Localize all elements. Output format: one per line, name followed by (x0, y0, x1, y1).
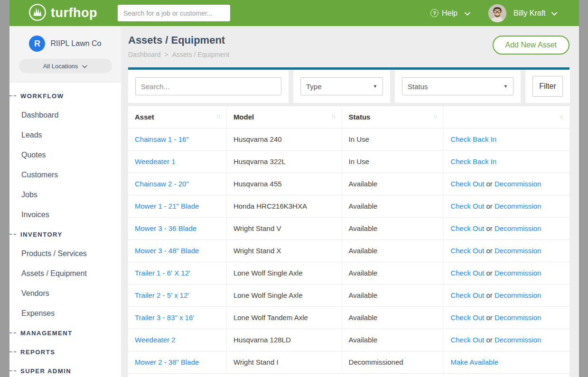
column-header-actions[interactable]: ↑↓ (444, 106, 569, 128)
user-menu[interactable]: Billy Kraft (513, 9, 557, 18)
action-link-make-available[interactable]: Make Available (450, 358, 498, 366)
sidebar-item-invoices[interactable]: Invoices (9, 205, 121, 225)
action-link-decommission[interactable]: Decommission (495, 291, 541, 299)
breadcrumb-separator: > (165, 51, 168, 58)
model-cell: Lone Wolf Single Axle (226, 262, 342, 284)
action-link-decommission[interactable]: Decommission (495, 313, 541, 322)
table-row: Chainsaw 2 - 20"Husqvarna 455AvailableCh… (128, 173, 569, 195)
type-select[interactable]: Type ▼ (300, 77, 383, 95)
action-link-decommission[interactable]: Decommission (495, 180, 541, 188)
action-link-decommission[interactable]: Decommission (495, 247, 541, 255)
action-joiner: or (484, 336, 495, 344)
brand-logo[interactable]: turfhop (28, 3, 97, 23)
asset-link[interactable]: Mower 3 - 36 Blade (135, 224, 196, 232)
asset-link[interactable]: Trailer 3 - 83" x 16' (135, 313, 194, 322)
column-header-model[interactable]: Model↑↓ (226, 106, 342, 128)
asset-link[interactable]: Mower 3 - 48" Blade (135, 247, 199, 255)
status-select-value: Status (408, 83, 428, 91)
help-menu[interactable]: ? Help (430, 9, 470, 18)
status-cell: Available (342, 306, 444, 329)
status-cell: Available (342, 284, 444, 306)
sort-icon[interactable]: ↑↓ (216, 113, 220, 120)
sort-icon[interactable]: ↑↓ (331, 113, 335, 120)
action-link-decommission[interactable]: Decommission (495, 269, 541, 277)
sidebar-item-quotes[interactable]: Quotes (9, 145, 121, 165)
filter-button[interactable]: Filter (532, 76, 563, 97)
action-link-check-out[interactable]: Check Out (450, 224, 484, 232)
table-row: Mower 3 - 48" BladeWright Stand XAvailab… (128, 239, 569, 262)
company-badge: R (29, 36, 45, 52)
asset-link[interactable]: Weedeater 2 (135, 336, 176, 344)
sidebar-item-leads[interactable]: Leads (9, 125, 121, 145)
asset-link[interactable]: Chainsaw 2 - 20" (135, 180, 189, 188)
action-link-decommission[interactable]: Decommission (495, 336, 541, 344)
model-cell: Lone Wolf Tandem Axle (226, 306, 342, 329)
model-cell: Wright Stand V (226, 217, 342, 239)
actions-cell: Check Out or Decommission (444, 195, 569, 217)
sort-icon[interactable]: ↑↓ (559, 114, 563, 120)
sidebar-item-expenses[interactable]: Expenses (9, 303, 121, 323)
action-link-check-out[interactable]: Check Out (450, 247, 484, 255)
column-header-asset[interactable]: Asset↑↓ (128, 106, 226, 128)
action-link-check-out[interactable]: Check Out (450, 291, 484, 299)
actions-cell: Check Out or Decommission (444, 306, 569, 329)
asset-link[interactable]: Trailer 1 - 6' X 12' (135, 269, 190, 277)
chevron-down-icon (551, 9, 557, 18)
sidebar-section-management: MANAGEMENT (9, 323, 121, 342)
table-row: Weedeater 2Husqvarna 128LDAvailableCheck… (128, 329, 569, 351)
action-link-check-out[interactable]: Check Out (450, 180, 484, 188)
model-cell: Husqvarna 455 (226, 173, 342, 195)
table-row: Mower 1 - 21" BladeHonda HRC216K3HXAAvai… (128, 195, 569, 217)
global-search-input[interactable] (118, 5, 230, 21)
sidebar-item-assets-equipment[interactable]: Assets / Equipment (9, 264, 121, 284)
locations-dropdown[interactable]: All Locations (19, 59, 112, 73)
asset-link[interactable]: Chainsaw 1 - 16" (135, 135, 189, 143)
table-search-input[interactable] (135, 77, 281, 95)
table-row: Weedeater 1Husqvarna 322LIn UseCheck Bac… (128, 150, 569, 173)
breadcrumb-dashboard[interactable]: Dashboard (128, 51, 161, 58)
sort-icon[interactable]: ↑↓ (433, 113, 437, 120)
action-link-decommission[interactable]: Decommission (495, 202, 541, 210)
action-link-check-back-in[interactable]: Check Back In (450, 135, 496, 143)
filter-bar: Type ▼ Status ▼ Filter (128, 67, 569, 103)
status-cell: Available (342, 239, 444, 262)
asset-link[interactable]: Weedeater 1 (135, 157, 176, 166)
company-name: RIIPL Lawn Co (50, 39, 101, 48)
status-select[interactable]: Status ▼ (402, 77, 513, 95)
asset-link[interactable]: Mower 1 - 21" Blade (135, 202, 199, 210)
sidebar-item-jobs[interactable]: Jobs (9, 185, 121, 205)
action-link-check-out[interactable]: Check Out (450, 336, 484, 344)
action-link-check-out[interactable]: Check Out (450, 202, 484, 210)
user-name: Billy Kraft (513, 9, 546, 17)
sidebar-item-products-services[interactable]: Products / Services (9, 244, 121, 264)
chevron-down-icon (465, 9, 470, 18)
results-count: Displaying 11 Results (128, 373, 569, 377)
model-cell: Wright Stand I (226, 351, 342, 373)
sidebar-section-reports: REPORTS (9, 342, 121, 361)
action-joiner: or (484, 202, 495, 210)
action-link-check-out[interactable]: Check Out (450, 269, 484, 277)
status-cell: Available (342, 195, 444, 217)
help-icon: ? (430, 9, 439, 17)
top-bar: turfhop ? Help (9, 0, 579, 26)
model-cell: Wright Stand X (226, 239, 342, 262)
action-joiner: or (484, 247, 495, 255)
column-header-status[interactable]: Status↑↓ (342, 106, 444, 128)
action-joiner: or (484, 224, 495, 232)
table-row: Mower 3 - 36 BladeWright Stand VAvailabl… (128, 217, 569, 239)
sidebar-item-vendors[interactable]: Vendors (9, 284, 121, 303)
asset-link[interactable]: Trailer 2 - 5' x 12' (135, 291, 189, 299)
add-new-asset-button[interactable]: Add New Asset (493, 36, 570, 55)
table-row: Trailer 2 - 5' x 12'Lone Wolf Single Axl… (128, 284, 569, 306)
dashes-icon (9, 351, 16, 352)
asset-link[interactable]: Mower 2 - 38" Blade (135, 358, 199, 366)
action-joiner: or (484, 269, 495, 277)
action-link-check-back-in[interactable]: Check Back In (450, 157, 496, 166)
type-select-value: Type (306, 83, 322, 91)
action-link-decommission[interactable]: Decommission (495, 224, 541, 232)
sidebar-item-dashboard[interactable]: Dashboard (9, 105, 121, 125)
user-avatar[interactable] (488, 4, 506, 22)
table-row: Trailer 3 - 83" x 16'Lone Wolf Tandem Ax… (128, 306, 569, 329)
action-link-check-out[interactable]: Check Out (450, 313, 484, 322)
sidebar-item-customers[interactable]: Customers (9, 165, 121, 185)
